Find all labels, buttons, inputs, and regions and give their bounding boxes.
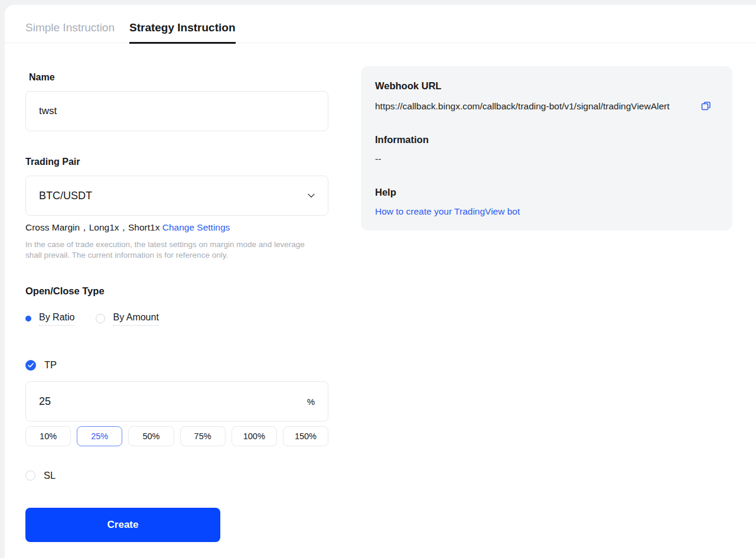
radio-by-ratio-label: By Ratio <box>39 312 74 326</box>
radio-by-amount[interactable]: By Amount <box>96 312 158 326</box>
tp-checkbox[interactable] <box>25 360 36 371</box>
tp-toggle-row: TP <box>25 359 328 371</box>
tp-preset-75[interactable]: 75% <box>180 426 226 446</box>
check-icon <box>28 363 34 368</box>
tp-preset-150[interactable]: 150% <box>283 426 328 446</box>
tab-bar: Simple Instruction Strategy Instruction <box>5 5 756 43</box>
create-button[interactable]: Create <box>25 508 220 542</box>
margin-summary-row: Cross Margin，Long1x，Short1x Change Setti… <box>25 222 328 233</box>
tab-strategy-instruction[interactable]: Strategy Instruction <box>129 21 235 44</box>
webhook-url-value: https://callback.bingx.com/callback/trad… <box>375 98 696 114</box>
tp-preset-25[interactable]: 25% <box>77 426 122 446</box>
name-input[interactable]: twst <box>25 91 328 131</box>
copy-icon[interactable] <box>701 101 711 113</box>
trading-pair-value: BTC/USDT <box>39 190 92 202</box>
help-title: Help <box>375 186 718 198</box>
tp-preset-50[interactable]: 50% <box>128 426 174 446</box>
main-area: Name twst Trading Pair BTC/USDT Cross Ma… <box>5 66 756 542</box>
name-label: Name <box>25 72 328 83</box>
margin-note: In the case of trade execution, the late… <box>25 239 321 260</box>
open-close-type-label: Open/Close Type <box>25 285 328 297</box>
tp-preset-100[interactable]: 100% <box>232 426 277 446</box>
radio-by-amount-label: By Amount <box>113 312 158 326</box>
tp-preset-10[interactable]: 10% <box>25 426 71 446</box>
tp-preset-group: 10% 25% 50% 75% 100% 150% <box>25 426 328 446</box>
sl-checkbox[interactable] <box>25 471 35 481</box>
sl-label: SL <box>44 469 56 482</box>
name-value: twst <box>39 105 57 117</box>
tp-unit: % <box>307 397 315 407</box>
change-settings-link[interactable]: Change Settings <box>162 222 230 232</box>
margin-summary: Cross Margin，Long1x，Short1x <box>25 222 162 232</box>
radio-by-ratio[interactable]: By Ratio <box>25 312 74 326</box>
tp-percentage-input[interactable]: 25 % <box>25 381 328 421</box>
trading-pair-select[interactable]: BTC/USDT <box>25 176 328 216</box>
webhook-url-title: Webhook URL <box>375 80 718 92</box>
open-close-radio-group: By Ratio By Amount <box>25 312 328 326</box>
information-title: Information <box>375 134 718 145</box>
help-link[interactable]: How to create your TradingView bot <box>375 206 520 218</box>
radio-unselected-icon <box>96 314 105 323</box>
radio-selected-icon <box>25 316 31 322</box>
tp-label: TP <box>44 359 57 371</box>
trading-pair-label: Trading Pair <box>25 156 328 167</box>
tab-simple-instruction[interactable]: Simple Instruction <box>25 21 115 43</box>
strategy-form: Name twst Trading Pair BTC/USDT Cross Ma… <box>25 66 328 542</box>
webhook-url-row: https://callback.bingx.com/callback/trad… <box>375 98 718 114</box>
information-value: -- <box>375 153 718 164</box>
chevron-down-icon <box>307 191 316 200</box>
sl-toggle-row: SL <box>25 469 328 482</box>
content-card: Simple Instruction Strategy Instruction … <box>5 5 756 558</box>
tp-value: 25 <box>39 395 51 408</box>
info-panel: Webhook URL https://callback.bingx.com/c… <box>361 66 732 231</box>
